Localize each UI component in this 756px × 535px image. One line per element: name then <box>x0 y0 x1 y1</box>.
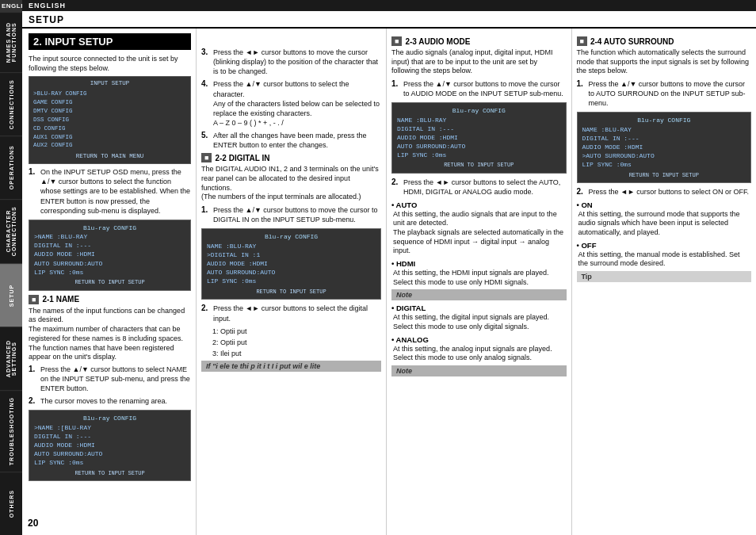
main-content: ENGLISH SETUP 2. INPUT SETUP The input s… <box>22 0 756 535</box>
screen-2-1-footer: RETURN TO INPUT SETUP <box>34 470 185 478</box>
sidebar-item-advanced[interactable]: ADVANCEDSETTINGS <box>0 327 22 390</box>
step-1-text: On the INPUT SETUP OSD menu, press the ▲… <box>40 167 191 216</box>
digital-input-3: 3: Ilei put <box>212 349 381 358</box>
sidebar-item-names-functions[interactable]: NAMES ANDFUNCTIONS <box>0 12 22 72</box>
page-number: 20 <box>28 518 38 529</box>
screen-2-2: Blu-ray CONFIG NAME :BLU-RAY >DIGITAL IN… <box>201 228 381 300</box>
section-2-1-step-2: 2. The cursor moves to the renaming area… <box>29 396 191 406</box>
section-2-2-box: ■ <box>201 153 212 162</box>
section-2-2-note: If "i ele te thi p it i t I i put wil e … <box>201 361 381 372</box>
section-2-1-title: 2-1 NAME <box>42 295 79 304</box>
screen-2-1-row-4: LIP SYNC :0ms <box>34 458 185 467</box>
step-4: 4. Press the ▲/▼ cursor buttons to selec… <box>201 79 381 128</box>
section-2-3-title: 2-3 AUDIO MODE <box>405 37 470 46</box>
section-2-3-analog-text: At this setting, the analog input signal… <box>393 345 567 363</box>
screen-2-4-title: Blu-ray CONFIG <box>582 116 746 124</box>
screen-2-3-row-2: AUDIO MODE :HDMI <box>397 133 561 142</box>
section-2-4-tip: Tip <box>577 271 752 282</box>
screen-2-3-footer: RETURN TO INPUT SETUP <box>397 162 561 170</box>
step-3: 3. Press the ◄► cursor buttons to move t… <box>201 48 381 76</box>
screen-2-2-row-1: >DIGITAL IN :1 <box>207 250 376 259</box>
screen1: Blu-ray CONFIG >NAME :BLU-RAY DIGITAL IN… <box>29 220 191 291</box>
step-5-text: After all the changes have been made, pr… <box>213 131 381 150</box>
middle-column: 3. Press the ◄► cursor buttons to move t… <box>197 29 387 535</box>
col-right1: ■ 2-3 AUDIO MODE The audio signals (anal… <box>387 29 572 535</box>
screen1-row-2: AUDIO MODE :HDMI <box>34 250 185 258</box>
screen-2-1-row-2: AUDIO MODE :HDMI <box>34 441 185 449</box>
sidebar-item-operations[interactable]: OPERATIONS <box>0 136 22 199</box>
step-4-num: 4. <box>201 79 211 88</box>
step-3-num: 3. <box>201 48 211 56</box>
section-2-4-on-text: At this setting, the surround mode that … <box>578 210 752 238</box>
section-2-4-off-label: • OFF <box>577 241 752 250</box>
sidebar: ENGLISH NAMES ANDFUNCTIONS CONNECTIONS O… <box>0 0 22 535</box>
main-heading: 2. INPUT SETUP <box>29 33 191 50</box>
section-2-3-digital: • DIGITAL At this setting, the digital i… <box>391 304 567 331</box>
input-setup-row-2: GAME CONFIG <box>33 98 186 107</box>
sidebar-item-others[interactable]: OTHERS <box>0 472 22 535</box>
sidebar-item-connections[interactable]: CONNECTIONS <box>0 72 22 136</box>
section-2-1-header: ■ 2-1 NAME <box>29 295 191 304</box>
screen-2-4-row-0: NAME :BLU-RAY <box>582 125 746 134</box>
section-2-1-step-1-num: 1. <box>29 365 38 373</box>
step-1-item: 1. On the INPUT SETUP OSD menu, press th… <box>29 167 191 216</box>
section-2-3-auto-text: At this setting, the audio signals that … <box>393 210 567 256</box>
section-2-3-box: ■ <box>391 36 402 46</box>
screen-2-4-row-2: AUDIO MODE :HDMI <box>582 143 746 151</box>
section-2-3-step-2-num: 2. <box>391 178 401 186</box>
screen-2-1-title: Blu-ray CONFIG <box>34 414 185 422</box>
screen-2-4: Blu-ray CONFIG NAME :BLU-RAY DIGITAL IN … <box>577 112 752 183</box>
section-2-3-analog-label: • ANALOG <box>391 335 567 344</box>
section-2-4-on: • ON At this setting, the surround mode … <box>577 201 752 238</box>
content-area: 2. INPUT SETUP The input source connecte… <box>22 29 756 535</box>
section-2-2-title: 2-2 DIGITAL IN <box>215 154 269 162</box>
section-2-1-text: The names of the input functions can be … <box>29 307 191 362</box>
screen1-footer: RETURN TO INPUT SETUP <box>34 279 185 287</box>
setup-header: SETUP <box>22 11 756 29</box>
section-2-3-note2: Note <box>391 365 567 376</box>
input-setup-row-5: CD CONFIG <box>33 124 186 133</box>
section-2-3-digital-label: • DIGITAL <box>391 304 567 312</box>
section-2-4-step-2-num: 2. <box>577 187 586 196</box>
step-4-text: Press the ▲/▼ cursor buttons to select t… <box>213 79 381 128</box>
input-setup-table-title: INPUT SETUP <box>33 79 186 88</box>
section-2-3-hdmi: • HDMI At this setting, the HDMI input s… <box>391 259 567 287</box>
section-2-3-hdmi-text: At this setting, the HDMI input signals … <box>393 269 567 287</box>
section-2-2-step-2: 2. Press the ◄► cursor buttons to select… <box>201 304 381 323</box>
screen-2-4-row-4: LIP SYNC :0ms <box>582 160 746 169</box>
section-2-4-step-2-text: Press the ◄► cursor buttons to select ON… <box>589 187 749 197</box>
screen1-title: Blu-ray CONFIG <box>34 224 185 232</box>
section-2-3-header: ■ 2-3 AUDIO MODE <box>391 36 567 46</box>
section-2-3-auto-label: • AUTO <box>391 201 567 209</box>
digital-input-2: 2: Optii put <box>212 338 381 347</box>
sidebar-item-setup[interactable]: SETUP <box>0 263 22 327</box>
section-2-2-step-1-text: Press the ▲/▼ cursor buttons to move the… <box>213 205 381 224</box>
input-setup-row-1: >BLU-RAY CONFIG <box>33 90 186 98</box>
sidebar-item-troubleshooting[interactable]: TROUBLESHOOTING <box>0 390 22 472</box>
screen-2-4-row-3: >AUTO SURROUND:AUTO <box>582 151 746 160</box>
section-2-4-desc: The function which automatically selects… <box>577 48 752 76</box>
screen-2-1: Blu-ray CONFIG >NAME :[BLU-RAY DIGITAL I… <box>29 410 191 481</box>
section-2-2-header: ■ 2-2 DIGITAL IN <box>201 153 381 162</box>
section-2-4-step-2: 2. Press the ◄► cursor buttons to select… <box>577 187 752 197</box>
screen-2-4-row-1: DIGITAL IN :--- <box>582 134 746 143</box>
screen1-row-0: >NAME :BLU-RAY <box>34 232 185 241</box>
intro-text: The input source connected to the unit i… <box>29 54 191 73</box>
step-5-num: 5. <box>201 131 211 139</box>
screen-2-2-row-0: NAME :BLU-RAY <box>207 242 376 250</box>
section-2-4-header: ■ 2-4 AUTO SURROUND <box>577 36 752 46</box>
right-container: ■ 2-3 AUDIO MODE The audio signals (anal… <box>387 29 756 535</box>
screen-2-2-row-3: AUTO SURROUND:AUTO <box>207 268 376 277</box>
screen-2-2-row-4: LIP SYNC :0ms <box>207 277 376 285</box>
section-2-4-title: 2-4 AUTO SURROUND <box>590 37 674 46</box>
section-2-3-analog: • ANALOG At this setting, the analog inp… <box>391 335 567 363</box>
section-2-1-step-1: 1. Press the ▲/▼ cursor buttons to selec… <box>29 365 191 393</box>
section-2-2-step-1-num: 1. <box>201 205 211 214</box>
section-2-4-on-label: • ON <box>577 201 752 209</box>
input-setup-row-6: AUX1 CONFIG <box>33 133 186 142</box>
sidebar-item-character-connections[interactable]: CHARACTERCONNECTIONS <box>0 199 22 262</box>
section-2-3-step-2-text: Press the ◄► cursor buttons to select th… <box>403 178 567 197</box>
screen-2-1-row-3: AUTO SURROUND:AUTO <box>34 449 185 458</box>
section-2-3-digital-text: At this setting, the digital input signa… <box>393 313 567 331</box>
section-2-2-step-2-num: 2. <box>201 304 211 312</box>
